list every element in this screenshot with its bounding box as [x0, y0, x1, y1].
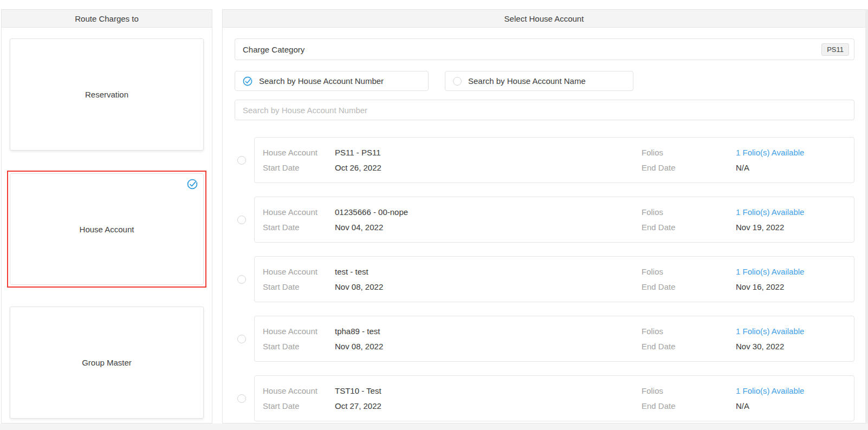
row-radio-button[interactable] — [237, 156, 246, 165]
end-date-value: N/A — [736, 163, 854, 172]
charge-category-label: Charge Category — [243, 45, 305, 54]
folios-label: Folios — [642, 148, 736, 157]
house-account-card[interactable]: House Account test - test Folios 1 Folio… — [254, 256, 854, 302]
house-account-label: House Account — [263, 148, 335, 157]
charge-category-tag: PS11 — [821, 43, 849, 56]
row-radio-button[interactable] — [237, 394, 246, 403]
row-radio-button[interactable] — [237, 335, 246, 343]
search-input[interactable] — [235, 100, 854, 120]
vertical-scrollbar[interactable] — [865, 9, 868, 430]
route-card-house-account-inner: House Account — [10, 173, 204, 285]
radio-unselected-icon — [453, 77, 462, 86]
end-date-value: Nov 19, 2022 — [736, 223, 854, 232]
start-date-value: Oct 27, 2022 — [335, 401, 642, 411]
row-radio-button[interactable] — [237, 216, 246, 224]
folios-available-link[interactable]: 1 Folio(s) Available — [736, 267, 854, 276]
horizontal-scrollbar[interactable] — [0, 424, 868, 430]
row-radio-button[interactable] — [237, 275, 246, 284]
check-circle-icon — [243, 76, 252, 86]
house-account-value: tpha89 - test — [335, 327, 642, 336]
house-account-value: test - test — [335, 267, 642, 276]
house-account-card[interactable]: House Account TST10 - Test Folios 1 Foli… — [254, 375, 854, 421]
end-date-label: End Date — [642, 282, 736, 291]
folios-label: Folios — [642, 327, 736, 336]
house-account-card[interactable]: House Account tpha89 - test Folios 1 Fol… — [254, 316, 854, 362]
end-date-label: End Date — [642, 342, 736, 351]
folios-label: Folios — [642, 207, 736, 217]
house-account-row: House Account 01235666 - 00-nope Folios … — [235, 197, 854, 243]
start-date-label: Start Date — [263, 163, 335, 172]
check-circle-icon — [187, 179, 198, 190]
house-account-row: House Account test - test Folios 1 Folio… — [235, 256, 854, 302]
end-date-label: End Date — [642, 223, 736, 232]
route-charges-panel: Route Charges to Reservation House Accou… — [1, 9, 212, 424]
search-by-name-option[interactable]: Search by House Account Name — [445, 71, 633, 91]
route-card-reservation-label: Reservation — [85, 90, 128, 99]
house-account-label: House Account — [263, 207, 335, 217]
house-account-label: House Account — [263, 327, 335, 336]
search-by-number-label: Search by House Account Number — [259, 76, 384, 86]
select-house-account-panel: Select House Account Charge Category PS1… — [222, 9, 866, 424]
select-house-account-title: Select House Account — [504, 14, 584, 23]
house-account-value: PS11 - PS11 — [335, 148, 642, 157]
charge-category-field[interactable]: Charge Category PS11 — [235, 38, 854, 60]
route-card-group-master[interactable]: Group Master — [10, 307, 204, 419]
end-date-value: Nov 16, 2022 — [736, 282, 854, 291]
route-card-house-account-label: House Account — [80, 225, 134, 234]
house-account-label: House Account — [263, 386, 335, 395]
folios-available-link[interactable]: 1 Folio(s) Available — [736, 207, 854, 217]
house-account-label: House Account — [263, 267, 335, 276]
route-charges-body: Reservation House Account Group Master — [2, 28, 212, 424]
route-card-house-account[interactable]: House Account — [7, 171, 206, 288]
start-date-value: Nov 08, 2022 — [335, 282, 642, 291]
house-account-list: House Account PS11 - PS11 Folios 1 Folio… — [235, 137, 854, 421]
start-date-value: Nov 08, 2022 — [335, 342, 642, 351]
select-house-account-header: Select House Account — [223, 10, 865, 28]
house-account-row: House Account TST10 - Test Folios 1 Foli… — [235, 375, 854, 421]
select-house-account-body: Charge Category PS11 Search by House Acc… — [223, 28, 865, 421]
route-charges-title: Route Charges to — [75, 14, 139, 23]
folios-label: Folios — [642, 267, 736, 276]
route-card-reservation[interactable]: Reservation — [10, 38, 204, 151]
search-by-name-label: Search by House Account Name — [468, 76, 586, 86]
search-by-number-option[interactable]: Search by House Account Number — [235, 71, 429, 91]
end-date-value: Nov 30, 2022 — [736, 342, 854, 351]
house-account-row: House Account tpha89 - test Folios 1 Fol… — [235, 316, 854, 362]
folios-available-link[interactable]: 1 Folio(s) Available — [736, 327, 854, 336]
route-card-group-master-label: Group Master — [82, 358, 132, 367]
start-date-value: Oct 26, 2022 — [335, 163, 642, 172]
folios-label: Folios — [642, 386, 736, 395]
start-date-value: Nov 04, 2022 — [335, 223, 642, 232]
search-mode-row: Search by House Account Number Search by… — [235, 71, 854, 91]
end-date-label: End Date — [642, 163, 736, 172]
start-date-label: Start Date — [263, 342, 335, 351]
end-date-value: N/A — [736, 401, 854, 411]
start-date-label: Start Date — [263, 282, 335, 291]
route-charges-header: Route Charges to — [2, 10, 212, 28]
folios-available-link[interactable]: 1 Folio(s) Available — [736, 386, 854, 395]
house-account-row: House Account PS11 - PS11 Folios 1 Folio… — [235, 137, 854, 183]
house-account-value: TST10 - Test — [335, 386, 642, 395]
folios-available-link[interactable]: 1 Folio(s) Available — [736, 148, 854, 157]
house-account-card[interactable]: House Account 01235666 - 00-nope Folios … — [254, 197, 854, 243]
start-date-label: Start Date — [263, 223, 335, 232]
house-account-value: 01235666 - 00-nope — [335, 207, 642, 217]
end-date-label: End Date — [642, 401, 736, 411]
start-date-label: Start Date — [263, 401, 335, 411]
house-account-card[interactable]: House Account PS11 - PS11 Folios 1 Folio… — [254, 137, 854, 183]
